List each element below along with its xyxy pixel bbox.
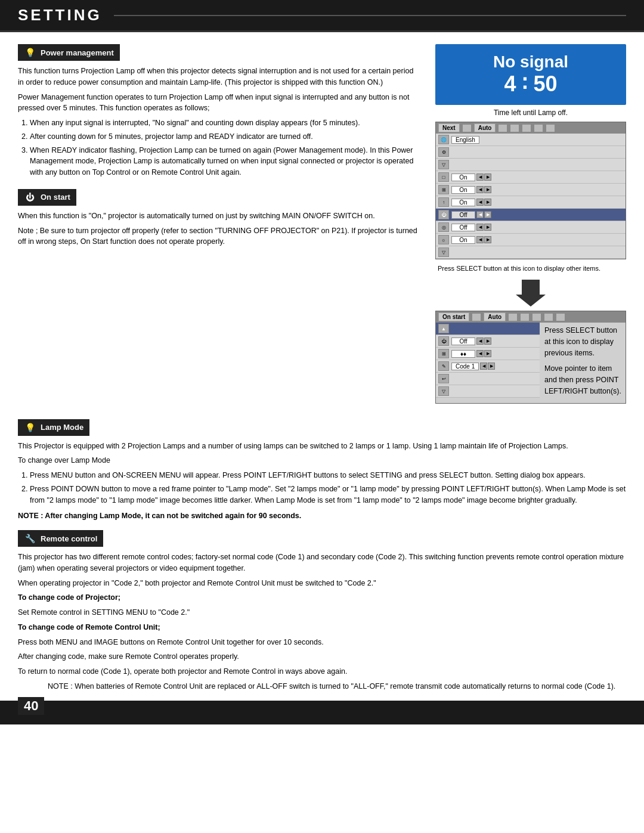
bottom-menu-panel: On start Auto ▲ ⏻ Off — [435, 311, 626, 404]
arrow-left-3[interactable]: ◀ — [476, 199, 484, 206]
menu-screen-icon: □ — [438, 172, 449, 182]
on-start-code-value[interactable]: Code 1 — [451, 363, 479, 370]
menu-pointer-icon: ▽ — [438, 160, 449, 169]
menu-auto-label: Auto — [474, 123, 496, 132]
menu-row-off2: ◎ Off ◀ ▶ — [436, 221, 626, 234]
page-title: SETTING — [18, 6, 102, 24]
on-start-auto-label: Auto — [484, 312, 506, 321]
arrow-left-1[interactable]: ◀ — [476, 174, 484, 181]
on-start-icon-1 — [472, 313, 481, 321]
menu-icon-2 — [498, 124, 507, 132]
on-start-icon-2 — [508, 313, 518, 321]
menu-row-off1: ⏻ Off ◀ ▶ — [436, 209, 626, 221]
on-start-icon-5 — [544, 313, 553, 321]
top-menu-note-container: Press SELECT button at this icon to disp… — [435, 263, 626, 272]
on-start-rows: ▲ ⏻ Off ◀ ▶ ⊞ ♦♦ ◀ — [436, 323, 540, 403]
on-start-icon-6 — [556, 313, 565, 321]
on-start-label: ⏻ On start — [18, 189, 76, 206]
arrow-right-2[interactable]: ▶ — [484, 186, 491, 193]
change-remote-title: To change code of Remote Control Unit; — [18, 622, 626, 633]
no-signal-title: No signal — [447, 52, 614, 72]
lamp-step-1: Press MENU button and ON-SCREEN MENU wil… — [30, 470, 626, 481]
menu-row-pointer: ▽ — [436, 159, 626, 171]
on-start-arrow-left[interactable]: ◀ — [476, 337, 484, 345]
on-start-bar: On start Auto — [436, 311, 626, 323]
on-start-row-code: ✎ Code 1 ◀ ▶ — [436, 360, 540, 373]
menu-bright-icon: ☼ — [438, 235, 449, 244]
menu-on2-value[interactable]: On — [451, 186, 475, 194]
svg-marker-0 — [516, 280, 546, 306]
on-start-row-off: ⏻ Off ◀ ▶ — [436, 335, 540, 348]
main-content: 💡 Power management This function turns P… — [0, 32, 644, 419]
menu-off1-arrows: ◀ ▶ — [476, 211, 491, 218]
no-signal-display: No signal 4 ∶ 50 — [435, 44, 626, 105]
menu-row-on2: ⊞ On ◀ ▶ — [436, 184, 626, 196]
menu-next-btn[interactable]: Next — [438, 123, 460, 132]
arrow-right-1[interactable]: ▶ — [484, 174, 491, 181]
menu-settings-icon: ⚙ — [438, 147, 449, 157]
power-icon: 💡 — [24, 47, 36, 58]
on-start-down-icon: ▽ — [438, 386, 449, 396]
menu-up-icon: ↑ — [438, 197, 449, 207]
step-1: When any input signal is interrupted, "N… — [30, 117, 417, 129]
on-start-code-arrows: ◀ ▶ — [480, 363, 495, 370]
menu-off2-value[interactable]: Off — [451, 224, 475, 231]
remote-icon: 🔧 — [24, 532, 36, 544]
menu-off1-value[interactable]: Off — [451, 211, 475, 219]
menu-row-on3: ↑ On ◀ ▶ — [436, 196, 626, 209]
left-column: 💡 Power management This function turns P… — [18, 44, 417, 407]
menu-row-settings: ⚙ — [436, 146, 626, 159]
menu-icon-3 — [510, 124, 519, 132]
on-start-arrow-right[interactable]: ▶ — [484, 337, 491, 345]
on-start-lamp-arrows: ◀ ▶ — [476, 350, 491, 357]
page-footer: 40 — [0, 701, 644, 724]
on-start-power-icon: ⏻ — [438, 336, 449, 346]
menu-on3-arrows: ◀ ▶ — [476, 199, 491, 206]
menu-power-icon: ⏻ — [438, 210, 449, 219]
menu-on4-value[interactable]: On — [451, 236, 475, 244]
on-start-lamp-left[interactable]: ◀ — [476, 350, 484, 357]
on-start-row-lamp: ⊞ ♦♦ ◀ ▶ — [436, 348, 540, 360]
menu-on3-value[interactable]: On — [451, 199, 475, 206]
menu-down-icon: ▽ — [438, 247, 449, 257]
change-projector-title: To change code of Projector; — [18, 592, 626, 603]
menu-top-bar: Next Auto — [436, 122, 626, 134]
lamp-mode-steps: Press MENU button and ON-SCREEN MENU wil… — [30, 470, 626, 506]
arrow-left-6[interactable]: ◀ — [476, 236, 484, 243]
remote-control-section: 🔧 Remote control This projector has two … — [0, 530, 644, 692]
on-start-lamp-right[interactable]: ▶ — [484, 350, 491, 357]
on-start-code-right[interactable]: ▶ — [488, 363, 495, 370]
no-signal-time: 4 ∶ 50 — [447, 72, 614, 97]
arrow-down-container — [435, 277, 626, 308]
on-start-lamp-value[interactable]: ♦♦ — [451, 350, 475, 358]
menu-icon-5 — [534, 124, 543, 132]
lamp-mode-section: 💡 Lamp Mode This Projector is equipped w… — [0, 419, 644, 522]
page-number: 40 — [18, 697, 44, 715]
power-management-section: 💡 Power management This function turns P… — [18, 44, 417, 178]
menu-icon-6 — [546, 124, 555, 132]
lamp-step-2: Press POINT DOWN button to move a red fr… — [30, 484, 626, 506]
on-start-row-down: ▽ — [436, 385, 540, 398]
arrow-left-5[interactable]: ◀ — [476, 224, 484, 231]
remote-control-label: 🔧 Remote control — [18, 530, 103, 547]
menu-row-down: ▽ — [436, 246, 626, 259]
arrow-right-5[interactable]: ▶ — [484, 224, 491, 231]
menu-globe-icon: 🌐 — [438, 135, 449, 144]
menu-language-value[interactable]: English — [451, 136, 479, 144]
arrow-right-4[interactable]: ▶ — [484, 211, 491, 218]
arrow-left-4[interactable]: ◀ — [476, 211, 484, 218]
on-start-off-value[interactable]: Off — [451, 337, 475, 345]
on-start-icon-4 — [532, 313, 541, 321]
on-start-off-arrows: ◀ ▶ — [476, 337, 491, 345]
arrow-right-6[interactable]: ▶ — [484, 236, 491, 243]
power-management-steps: When any input signal is interrupted, "N… — [30, 117, 417, 178]
arrow-right-3[interactable]: ▶ — [484, 199, 491, 206]
on-start-code-left[interactable]: ◀ — [480, 363, 487, 370]
on-start-row-up: ▲ — [436, 323, 540, 335]
menu-row-on1: □ On ◀ ▶ — [436, 171, 626, 184]
arrow-left-2[interactable]: ◀ — [476, 186, 484, 193]
top-menu-panel: Next Auto 🌐 English ⚙ ▽ □ — [435, 122, 626, 259]
menu-icon-1 — [462, 124, 472, 132]
menu-on1-value[interactable]: On — [451, 174, 475, 181]
up-arrow-icon: ▲ — [438, 324, 449, 333]
